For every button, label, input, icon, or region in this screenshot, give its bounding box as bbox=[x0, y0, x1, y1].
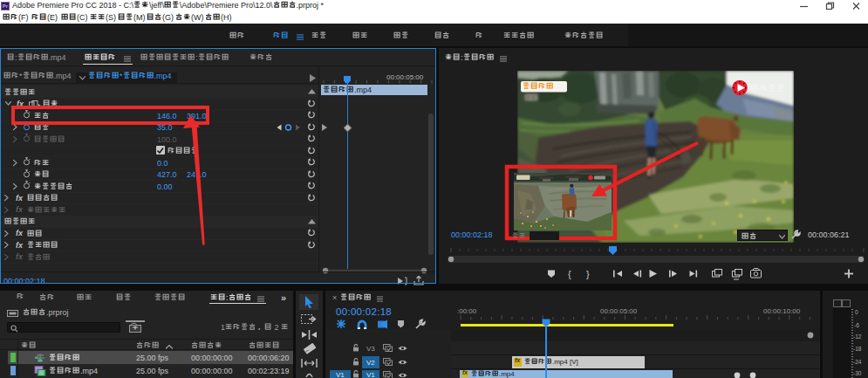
svg-text:{: { bbox=[568, 269, 571, 279]
svg-text:}: } bbox=[586, 269, 590, 279]
